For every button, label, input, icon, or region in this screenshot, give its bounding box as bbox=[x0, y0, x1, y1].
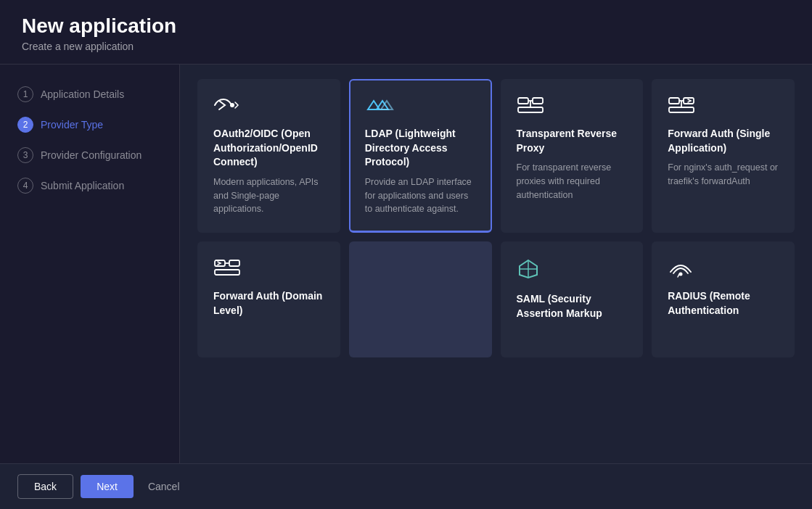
cancel-button[interactable]: Cancel bbox=[148, 481, 180, 492]
transparent-desc: For transparent reverse proxies with req… bbox=[517, 161, 628, 202]
step-1-label: Application Details bbox=[41, 88, 124, 100]
radius-icon bbox=[668, 257, 779, 281]
next-button[interactable]: Next bbox=[81, 475, 134, 498]
ldap-icon bbox=[365, 95, 476, 118]
ldap-title: LDAP (Lightweight Directory Access Proto… bbox=[365, 127, 476, 170]
page-header: New application Create a new application bbox=[0, 0, 812, 65]
transparent-title: Transparent Reverse Proxy bbox=[517, 127, 628, 155]
forward-domain-title: Forward Auth (Domain Level) bbox=[213, 289, 324, 318]
footer: Back Next Cancel bbox=[0, 463, 812, 509]
card-oauth[interactable]: OAuth2/OIDC (Open Authorization/OpenID C… bbox=[197, 79, 340, 233]
page-title: New application bbox=[22, 15, 790, 38]
forward-domain-icon bbox=[213, 257, 324, 281]
page-subtitle: Create a new application bbox=[22, 41, 790, 52]
svg-rect-1 bbox=[518, 98, 528, 104]
oauth-title: OAuth2/OIDC (Open Authorization/OpenID C… bbox=[213, 127, 324, 170]
card-forward-domain[interactable]: Forward Auth (Domain Level) bbox=[197, 241, 340, 357]
ldap-desc: Provide an LDAP interface for applicatio… bbox=[365, 175, 476, 216]
main-content: 1 Application Details 2 Provider Type 3 … bbox=[0, 65, 812, 463]
step-4-number: 4 bbox=[17, 178, 33, 194]
svg-rect-6 bbox=[669, 107, 694, 112]
card-placeholder bbox=[349, 241, 492, 357]
radius-title: RADIUS (Remote Authentication bbox=[668, 289, 779, 318]
cards-row-1: OAuth2/OIDC (Open Authorization/OpenID C… bbox=[197, 79, 795, 233]
card-saml[interactable]: SAML (Security Assertion Markup bbox=[501, 241, 644, 357]
step-2-number: 2 bbox=[17, 117, 33, 133]
card-forward-single[interactable]: Forward Auth (Single Application) For ng… bbox=[652, 79, 795, 233]
step-4-label: Submit Application bbox=[41, 180, 124, 191]
step-2-label: Provider Type bbox=[41, 119, 103, 131]
svg-rect-2 bbox=[533, 98, 543, 104]
sidebar-item-provider-type[interactable]: 2 Provider Type bbox=[0, 109, 179, 140]
sidebar-item-submit-application[interactable]: 4 Submit Application bbox=[0, 170, 179, 201]
svg-rect-9 bbox=[215, 270, 239, 275]
forward-single-title: Forward Auth (Single Application) bbox=[668, 127, 779, 155]
card-ldap[interactable]: LDAP (Lightweight Directory Access Proto… bbox=[349, 79, 492, 233]
cards-row-2: Forward Auth (Domain Level) SAML (Securi… bbox=[197, 241, 795, 357]
oauth-desc: Modern applications, APIs and Single-pag… bbox=[213, 175, 324, 216]
step-3-number: 3 bbox=[17, 147, 33, 163]
transparent-icon bbox=[517, 95, 628, 118]
back-button[interactable]: Back bbox=[17, 474, 73, 499]
svg-rect-3 bbox=[518, 107, 543, 112]
sidebar-item-application-details[interactable]: 1 Application Details bbox=[0, 79, 179, 109]
card-radius[interactable]: RADIUS (Remote Authentication bbox=[652, 241, 795, 357]
sidebar-item-provider-config[interactable]: 3 Provider Configuration bbox=[0, 140, 179, 170]
step-1-number: 1 bbox=[17, 86, 33, 102]
forward-single-icon bbox=[668, 95, 779, 118]
saml-icon bbox=[517, 257, 628, 284]
card-transparent[interactable]: Transparent Reverse Proxy For transparen… bbox=[501, 79, 644, 233]
step-3-label: Provider Configuration bbox=[41, 149, 142, 161]
svg-point-0 bbox=[230, 103, 234, 107]
oauth-icon bbox=[213, 95, 324, 118]
forward-single-desc: For nginx's auth_request or traefik's fo… bbox=[668, 161, 779, 189]
svg-rect-4 bbox=[669, 98, 679, 104]
svg-rect-5 bbox=[684, 98, 694, 104]
saml-title: SAML (Security Assertion Markup bbox=[517, 292, 628, 320]
content-area: OAuth2/OIDC (Open Authorization/OpenID C… bbox=[180, 65, 812, 463]
sidebar: 1 Application Details 2 Provider Type 3 … bbox=[0, 65, 180, 463]
svg-rect-8 bbox=[229, 260, 239, 266]
